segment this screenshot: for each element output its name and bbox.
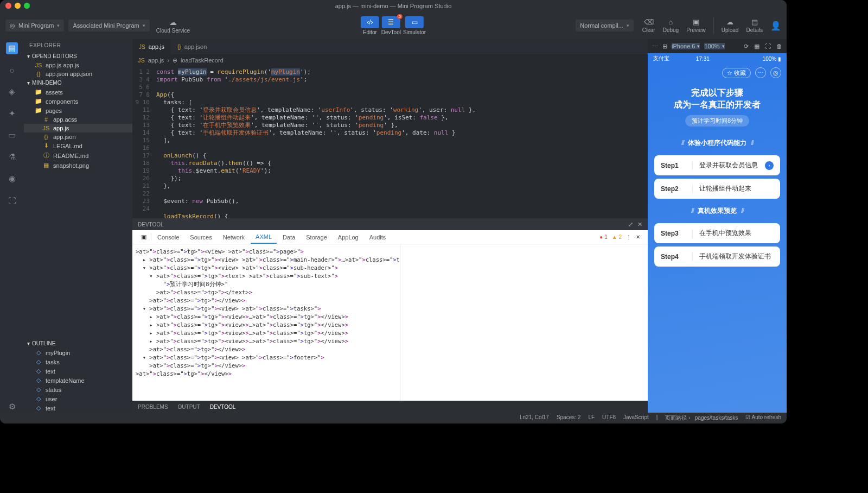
devtool-tab[interactable]: DEVTOOL: [210, 404, 236, 410]
editor-tab[interactable]: {}app.json: [171, 39, 213, 54]
search-icon[interactable]: ○: [6, 64, 18, 76]
explorer-title: EXPLORER: [24, 39, 132, 52]
close-icon[interactable]: ✕: [637, 221, 642, 228]
traffic-lights[interactable]: [5, 3, 30, 9]
step-card[interactable]: Step4手机端领取开发体验证书: [654, 246, 780, 267]
axml-tree[interactable]: >at>">class>=">tg>"><view> >at>">class>=…: [132, 244, 400, 401]
file-tree-item[interactable]: 📁components: [24, 97, 132, 106]
page-path[interactable]: 页面路径 › pages/tasks/tasks: [665, 414, 738, 422]
outline-item[interactable]: ◇status: [24, 385, 132, 394]
favorite-button[interactable]: ☆收藏: [722, 68, 751, 78]
compile-selector[interactable]: Normal compil... ▾: [576, 20, 633, 31]
devtool-tab-console[interactable]: Console: [152, 230, 184, 244]
outline-item[interactable]: ◇tasks: [24, 357, 132, 366]
expand-icon[interactable]: ⤢: [628, 221, 633, 228]
language-selector[interactable]: JavaScript: [623, 414, 649, 422]
associated-selector[interactable]: Associated Mini Program ▾: [68, 20, 149, 31]
open-editors-header[interactable]: ▾OPEND EDITORS: [24, 52, 132, 61]
kebab-icon[interactable]: ⋮: [626, 234, 631, 240]
menu-icon[interactable]: ⋯: [652, 43, 658, 50]
output-tab[interactable]: OUTPUT: [178, 404, 200, 410]
top-toolbar: ◎ Mini Program ▾ Associated Mini Program…: [0, 12, 787, 39]
extensions-icon[interactable]: ✦: [6, 108, 18, 119]
open-editor-item[interactable]: {}app.json app.json: [24, 69, 132, 78]
step-card[interactable]: Step3在手机中预览效果: [654, 223, 780, 243]
devtool-tab-data[interactable]: Data: [278, 230, 300, 244]
file-tree-item[interactable]: {}app.json: [24, 132, 132, 141]
devtool-tab-storage[interactable]: Storage: [301, 230, 332, 244]
editor-tabs: JSapp.js{}app.json: [132, 39, 648, 54]
editor-toggle[interactable]: ‹/› Editor: [361, 16, 379, 35]
expand-icon[interactable]: ⛶: [765, 43, 771, 50]
phone-preview[interactable]: 支付宝 17:31 100% ▮ ☆收藏 ⋯ ◎ 完成以下步骤 成为一名真正的开…: [648, 53, 787, 413]
upload-button[interactable]: ☁Upload: [718, 18, 742, 33]
auto-refresh-toggle[interactable]: ☑ Auto refresh: [745, 414, 781, 422]
grid-icon[interactable]: ▦: [754, 43, 760, 50]
refresh-icon[interactable]: ⟳: [744, 43, 749, 50]
layout-icon[interactable]: ⊞: [662, 43, 667, 50]
devtool-tab-audits[interactable]: Audits: [365, 230, 391, 244]
debug-button[interactable]: ⌂Debug: [660, 18, 682, 33]
battery: 100% ▮: [763, 56, 781, 62]
chevron-right-icon: ›: [765, 161, 774, 170]
eol-selector[interactable]: LF: [588, 414, 595, 422]
git-icon[interactable]: ◈: [6, 86, 18, 98]
step-card[interactable]: Step1登录并获取会员信息›: [654, 155, 780, 175]
details-button[interactable]: ▤Details: [743, 18, 766, 33]
devtool-toggle[interactable]: ☰ 5 DevTool: [381, 16, 401, 35]
clear-button[interactable]: ⌫Clear: [639, 18, 659, 33]
file-tree-item[interactable]: ▦snapshot.png: [24, 161, 132, 170]
chevron-down-icon: ▾: [57, 23, 60, 28]
user-icon[interactable]: 👤: [770, 21, 781, 31]
file-tree-item[interactable]: 📁assets: [24, 87, 132, 97]
open-editor-item[interactable]: JSapp.js app.js: [24, 61, 132, 69]
outline-item[interactable]: ◇text: [24, 366, 132, 376]
beaker-icon[interactable]: ⚗: [6, 151, 18, 163]
outline-item[interactable]: ◇user: [24, 394, 132, 403]
target-icon[interactable]: ⛶: [6, 194, 18, 206]
code-editor[interactable]: 1 2 3 4 5 6 7 8 9 10 11 12 13 14 15 16 1…: [132, 66, 648, 218]
devtool-tab-axml[interactable]: AXML: [251, 230, 277, 244]
cloud-icon: ☁: [169, 18, 177, 27]
sync-icon[interactable]: ◉: [6, 173, 18, 185]
close-button[interactable]: ◎: [770, 67, 781, 78]
outline-item[interactable]: ◇templateName: [24, 376, 132, 385]
details-icon: ▤: [751, 18, 758, 26]
step-card[interactable]: Step2让轮播组件动起来: [654, 179, 780, 199]
zoom-selector[interactable]: 100%▾: [704, 43, 724, 49]
more-button[interactable]: ⋯: [755, 67, 766, 78]
simulator-toggle[interactable]: ▭ Simulator: [403, 16, 426, 35]
file-tree-item[interactable]: #app.acss: [24, 115, 132, 124]
outline-item[interactable]: ◇myPlugin: [24, 348, 132, 357]
outline-header[interactable]: ▾OUTLINE: [24, 339, 132, 348]
trash-icon[interactable]: 🗑: [776, 43, 782, 50]
file-tree-item[interactable]: JSapp.js: [24, 124, 132, 132]
devtool-tab-applog[interactable]: AppLog: [333, 230, 363, 244]
close-icon[interactable]: ✕: [636, 234, 640, 240]
indent-selector[interactable]: Spaces: 2: [557, 414, 580, 422]
eye-icon: ▣: [693, 18, 699, 26]
problems-tab[interactable]: PROBLEMS: [138, 404, 168, 410]
explorer-icon[interactable]: ▤: [6, 42, 18, 54]
settings-icon[interactable]: ⚙: [6, 401, 18, 413]
file-tree-item[interactable]: ⓘREADME.md: [24, 150, 132, 161]
outline-item[interactable]: ◇text: [24, 403, 132, 413]
device-selector[interactable]: iPhone 6▾: [672, 43, 700, 49]
breadcrumbs[interactable]: JS app.js › ⊕ loadTaskRecord: [132, 54, 648, 66]
upload-icon: ☁: [726, 18, 733, 26]
file-tree-item[interactable]: 📁pages: [24, 106, 132, 115]
cursor-position[interactable]: Ln21, Col17: [520, 414, 549, 422]
project-header[interactable]: ▾MINI-DEMO: [24, 78, 132, 87]
mini-program-selector[interactable]: ◎ Mini Program ▾: [5, 20, 64, 31]
inspect-icon[interactable]: ▣: [137, 233, 151, 241]
encoding-selector[interactable]: UTF8: [602, 414, 616, 422]
devtool-tab-network[interactable]: Network: [218, 230, 250, 244]
docs-icon[interactable]: ▭: [6, 129, 18, 141]
preview-button[interactable]: ▣Preview: [683, 18, 709, 33]
editor-tab[interactable]: JSapp.js: [132, 39, 171, 54]
devtool-tab-sources[interactable]: Sources: [185, 230, 216, 244]
devtool-panel: ▣ ConsoleSourcesNetworkAXMLDataStorageAp…: [132, 230, 648, 401]
box-icon: ◎: [10, 22, 15, 29]
file-tree-item[interactable]: ⬇LEGAL.md: [24, 141, 132, 150]
cloud-service-button[interactable]: ☁ Cloud Service: [156, 18, 190, 34]
